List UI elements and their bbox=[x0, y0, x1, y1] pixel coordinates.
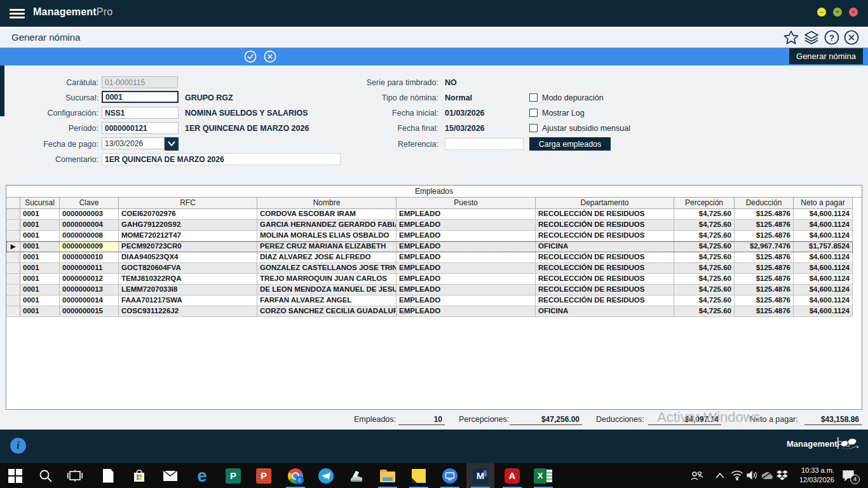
checkbox-icon[interactable] bbox=[529, 109, 538, 117]
cell-puesto[interactable]: EMPLEADO bbox=[397, 231, 536, 241]
cell-puesto[interactable]: EMPLEADO bbox=[397, 285, 536, 295]
remote-desktop-icon[interactable] bbox=[436, 463, 464, 488]
help-icon[interactable]: ? bbox=[824, 29, 840, 46]
fecha-pago-input[interactable] bbox=[102, 137, 165, 149]
cell-rfc[interactable]: GOCT820604FVA bbox=[119, 263, 257, 274]
maximize-button[interactable]: + bbox=[833, 8, 842, 17]
column-header-percepcion[interactable]: Percepción bbox=[674, 198, 735, 209]
sticky-notes-icon[interactable] bbox=[405, 463, 433, 488]
cell-neto-a-pagar[interactable]: $4,600.1124 bbox=[794, 263, 853, 274]
cell-departamento[interactable]: RECOLECCIÓN DE RESIDUOS bbox=[536, 231, 674, 241]
wifi-icon[interactable] bbox=[731, 470, 743, 480]
cell-sucursal[interactable]: 0001 bbox=[20, 295, 60, 306]
favorite-star-icon[interactable] bbox=[783, 29, 799, 46]
close-page-icon[interactable] bbox=[843, 29, 860, 46]
cell-nombre[interactable]: DE LEON MENDOZA MANUEL DE JESUS bbox=[257, 285, 397, 295]
cell-nombre[interactable]: CORZO SANCHEZ CECILIA GUADALUPE bbox=[257, 306, 397, 317]
cell-neto-a-pagar[interactable]: $4,600.1124 bbox=[794, 295, 853, 306]
table-row[interactable]: 00010000000008MOME720212T47MOLINA MORALE… bbox=[6, 231, 853, 241]
cell-clave[interactable]: 0000000015 bbox=[60, 306, 119, 317]
cell-departamento[interactable]: RECOLECCIÓN DE RESIDUOS bbox=[536, 209, 674, 220]
cell-clave[interactable]: 0000000008 bbox=[60, 231, 119, 241]
cell-percepcion[interactable]: $4,725.60 bbox=[674, 263, 735, 274]
cell-departamento[interactable]: RECOLECCIÓN DE RESIDUOS bbox=[536, 285, 674, 295]
table-row[interactable]: 00010000000013LEMM7207033I8DE LEON MENDO… bbox=[6, 285, 853, 295]
comentario-input[interactable] bbox=[102, 153, 341, 165]
table-row[interactable]: 00010000000010DIAA940523QX4DIAZ ALVAREZ … bbox=[6, 252, 853, 263]
task-view-icon[interactable] bbox=[61, 463, 89, 488]
sucursal-input[interactable] bbox=[102, 91, 179, 103]
cell-nombre[interactable]: DIAZ ALVAREZ JOSE ALFREDO bbox=[257, 252, 397, 263]
cell-clave[interactable]: 0000000003 bbox=[60, 209, 119, 220]
cell-rfc[interactable]: GAHG791220S92 bbox=[119, 220, 257, 231]
cell-sucursal[interactable]: 0001 bbox=[20, 263, 60, 274]
info-icon[interactable]: i bbox=[10, 438, 26, 454]
cell-nombre[interactable]: PEREZ CRUZ MARIANA ELIZABETH bbox=[257, 241, 397, 252]
cell-deduccion[interactable]: $125.4876 bbox=[735, 231, 794, 241]
cell-neto-a-pagar[interactable]: $4,600.1124 bbox=[794, 285, 853, 295]
people-icon[interactable] bbox=[690, 471, 704, 481]
document-app-icon[interactable] bbox=[94, 463, 122, 488]
row-selector-cell[interactable] bbox=[6, 220, 20, 231]
configuracion-input[interactable] bbox=[102, 107, 179, 119]
row-selector-cell[interactable] bbox=[6, 295, 20, 306]
cell-clave[interactable]: 0000000009 bbox=[60, 241, 119, 252]
onedrive-icon[interactable] bbox=[760, 471, 774, 480]
column-header-nombre[interactable]: Nombre bbox=[257, 198, 397, 209]
checkbox-icon[interactable] bbox=[529, 93, 538, 102]
column-header-selector[interactable] bbox=[6, 198, 20, 209]
cell-clave[interactable]: 0000000010 bbox=[60, 252, 119, 263]
scanner-icon[interactable] bbox=[342, 463, 370, 488]
cell-neto-a-pagar[interactable]: $4,600.1124 bbox=[794, 220, 853, 231]
cancel-x-icon[interactable] bbox=[264, 50, 276, 63]
cell-percepcion[interactable]: $4,725.60 bbox=[674, 220, 735, 231]
column-header-sucursal[interactable]: Sucursal bbox=[20, 198, 60, 209]
cell-percepcion[interactable]: $4,725.60 bbox=[674, 285, 735, 295]
cell-puesto[interactable]: EMPLEADO bbox=[397, 295, 536, 306]
layers-icon[interactable] bbox=[803, 29, 820, 46]
table-row[interactable]: 00010000000015COSC9311226J2CORZO SANCHEZ… bbox=[6, 306, 853, 317]
cell-percepcion[interactable]: $4,725.60 bbox=[674, 209, 735, 220]
telegram-icon[interactable] bbox=[312, 463, 340, 488]
row-selector-cell[interactable]: ▶ bbox=[6, 241, 20, 252]
cell-departamento[interactable]: OFICINA bbox=[536, 241, 674, 252]
referencia-input[interactable] bbox=[445, 138, 524, 150]
store-icon[interactable] bbox=[125, 463, 153, 488]
row-selector-cell[interactable] bbox=[6, 274, 20, 285]
cell-deduccion[interactable]: $125.4876 bbox=[735, 274, 794, 285]
column-header-clave[interactable]: Clave bbox=[60, 198, 119, 209]
cell-nombre[interactable]: FARFAN ALVAREZ ANGEL bbox=[257, 295, 397, 306]
cell-rfc[interactable]: FAAA701217SWA bbox=[119, 295, 257, 306]
table-row[interactable]: ▶00010000000009PECM920723CR0PEREZ CRUZ M… bbox=[6, 241, 853, 252]
volume-icon[interactable] bbox=[746, 470, 759, 480]
cell-neto-a-pagar[interactable]: $4,600.1124 bbox=[794, 274, 853, 285]
column-header-neto-a-pagar[interactable]: Neto a pagar bbox=[794, 198, 853, 209]
cell-departamento[interactable]: RECOLECCIÓN DE RESIDUOS bbox=[536, 295, 674, 306]
publisher-icon[interactable]: P bbox=[219, 463, 247, 488]
cell-sucursal[interactable]: 0001 bbox=[20, 306, 60, 317]
dropbox-icon[interactable] bbox=[776, 470, 788, 481]
tray-clock[interactable]: 10:33 a.m. 12/03/2026 bbox=[792, 466, 834, 485]
cell-puesto[interactable]: EMPLEADO bbox=[397, 263, 536, 274]
checkbox-icon[interactable] bbox=[529, 124, 538, 132]
table-row[interactable]: 00010000000011GOCT820604FVAGONZALEZ CAST… bbox=[6, 263, 853, 274]
row-selector-cell[interactable] bbox=[6, 263, 20, 274]
cell-rfc[interactable]: PECM920723CR0 bbox=[119, 241, 257, 252]
confirm-check-icon[interactable] bbox=[244, 50, 257, 63]
cell-rfc[interactable]: COEI620702976 bbox=[119, 209, 257, 220]
row-selector-cell[interactable] bbox=[6, 285, 20, 295]
cell-nombre[interactable]: TREJO MARROQUIN JUAN CARLOS bbox=[257, 274, 397, 285]
cell-neto-a-pagar[interactable]: $1,757.8524 bbox=[794, 241, 853, 252]
acrobat-icon[interactable]: A bbox=[498, 463, 526, 488]
cell-sucursal[interactable]: 0001 bbox=[20, 252, 60, 263]
cell-nombre[interactable]: MOLINA MORALES ELIAS OSBALDO bbox=[257, 231, 397, 241]
cell-puesto[interactable]: EMPLEADO bbox=[397, 306, 536, 317]
cell-sucursal[interactable]: 0001 bbox=[20, 209, 60, 220]
cell-percepcion[interactable]: $4,725.60 bbox=[674, 274, 735, 285]
cell-sucursal[interactable]: 0001 bbox=[20, 220, 60, 231]
table-row[interactable]: 00010000000003COEI620702976CORDOVA ESCOB… bbox=[6, 209, 853, 220]
fecha-pago-dropdown-icon[interactable] bbox=[165, 137, 179, 151]
cell-neto-a-pagar[interactable]: $4,600.1124 bbox=[794, 209, 853, 220]
cell-percepcion[interactable]: $4,725.60 bbox=[674, 295, 735, 306]
cell-clave[interactable]: 0000000012 bbox=[60, 274, 119, 285]
